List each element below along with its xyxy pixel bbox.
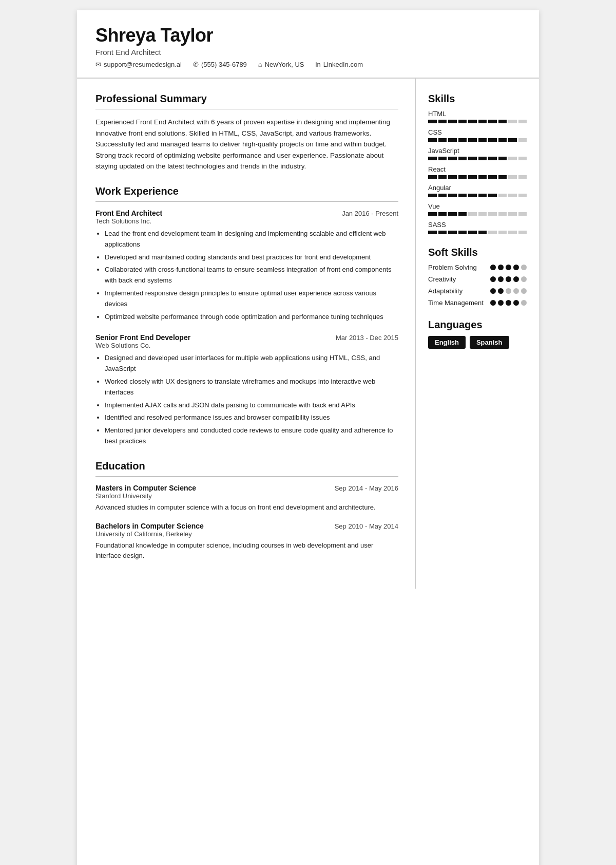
skill-name: Angular <box>428 184 527 192</box>
skill-item: HTML <box>428 110 527 123</box>
edu-container: Masters in Computer Science Sep 2014 - M… <box>95 484 398 561</box>
contact-icon: ⌂ <box>258 61 262 68</box>
edu-desc: Advanced studies in computer science wit… <box>95 502 398 513</box>
skill-bar-segment <box>488 194 497 197</box>
job-bullet: Collaborated with cross-functional teams… <box>105 265 398 286</box>
skill-bar <box>428 138 527 142</box>
skill-bar-segment <box>478 194 487 197</box>
right-column: Skills HTML CSS JavaScript React Angular… <box>416 79 539 589</box>
skill-bar-segment <box>498 231 507 234</box>
skill-bar-segment <box>438 212 447 216</box>
job-title: Front End Architect <box>95 209 162 217</box>
skill-bar-segment <box>428 231 437 234</box>
skill-bar-segment <box>508 212 517 216</box>
skill-bar-segment <box>488 120 497 123</box>
skill-bar-segment <box>468 120 477 123</box>
contact-text: LinkedIn.com <box>323 61 363 68</box>
skill-bar-segment <box>508 120 517 123</box>
skill-bar-segment <box>488 138 497 142</box>
contact-item: ⌂NewYork, US <box>258 61 304 68</box>
skill-item: SASS <box>428 221 527 234</box>
skill-bar-segment <box>458 175 467 179</box>
education-title: Education <box>95 460 398 472</box>
soft-skill-dot <box>498 276 504 282</box>
skill-bar-segment <box>508 194 517 197</box>
edu-school: University of California, Berkeley <box>95 530 398 538</box>
skill-item: Angular <box>428 184 527 197</box>
skill-bar-segment <box>458 194 467 197</box>
skill-name: Vue <box>428 202 527 210</box>
soft-skill-name: Creativity <box>428 275 456 283</box>
skill-bar-segment <box>488 157 497 160</box>
skill-bar-segment <box>468 175 477 179</box>
skill-bar-segment <box>438 175 447 179</box>
skill-bar-segment <box>488 231 497 234</box>
work-experience-title: Work Experience <box>95 185 398 197</box>
skill-bar-segment <box>438 157 447 160</box>
skill-bar-segment <box>438 138 447 142</box>
skill-bar-segment <box>448 194 457 197</box>
skill-bar-segment <box>498 157 507 160</box>
soft-skill-name: Problem Solving <box>428 264 477 271</box>
skill-bar-segment <box>458 212 467 216</box>
skill-bar-segment <box>518 212 527 216</box>
skill-bar-segment <box>468 138 477 142</box>
soft-skill-dot <box>521 276 527 282</box>
skill-bar-segment <box>448 120 457 123</box>
job-bullets: Designed and developed user interfaces f… <box>95 353 398 446</box>
job-bullet: Designed and developed user interfaces f… <box>105 353 398 374</box>
contact-icon: in <box>316 61 321 68</box>
soft-skill-dot <box>506 300 511 306</box>
resume-container: Shreya Taylor Front End Architect ✉suppo… <box>77 10 539 865</box>
jobs-container: Front End Architect Jan 2016 - Present T… <box>95 209 398 447</box>
skill-bar-segment <box>508 157 517 160</box>
skills-title: Skills <box>428 93 527 105</box>
job-dates: Mar 2013 - Dec 2015 <box>336 334 398 342</box>
edu-degree: Masters in Computer Science <box>95 484 196 492</box>
job-bullet: Identified and resolved performance issu… <box>105 412 398 423</box>
skill-bar-segment <box>428 120 437 123</box>
summary-title: Professional Summary <box>95 93 398 105</box>
job-title: Senior Front End Developer <box>95 333 190 342</box>
skill-bar-segment <box>518 120 527 123</box>
edu-desc: Foundational knowledge in computer scien… <box>95 540 398 561</box>
language-badges: EnglishSpanish <box>428 336 527 349</box>
job-header: Front End Architect Jan 2016 - Present <box>95 209 398 217</box>
skill-bar-segment <box>458 231 467 234</box>
soft-skill-dot <box>498 265 504 270</box>
skill-bar-segment <box>458 157 467 160</box>
skill-name: SASS <box>428 221 527 229</box>
skill-bar-segment <box>428 175 437 179</box>
languages-section: Languages EnglishSpanish <box>428 319 527 349</box>
edu-school: Stanford University <box>95 492 398 500</box>
edu-header: Bachelors in Computer Science Sep 2010 -… <box>95 522 398 530</box>
candidate-name: Shreya Taylor <box>95 25 521 46</box>
soft-skill-dots <box>490 300 527 306</box>
skill-item: React <box>428 165 527 179</box>
skill-bar <box>428 212 527 216</box>
job-company: Tech Solutions Inc. <box>95 217 398 225</box>
soft-skill-dot <box>513 300 519 306</box>
skill-bar-segment <box>498 212 507 216</box>
job-bullets: Lead the front end development team in d… <box>95 229 398 322</box>
edu-item: Masters in Computer Science Sep 2014 - M… <box>95 484 398 513</box>
body-layout: Professional Summary Experienced Front E… <box>77 79 539 589</box>
skill-bar-segment <box>468 212 477 216</box>
soft-skill-dot <box>513 276 519 282</box>
soft-skill-dot <box>506 288 511 294</box>
contact-item: inLinkedIn.com <box>316 61 363 68</box>
language-badge: English <box>428 336 466 349</box>
skill-bar-segment <box>498 194 507 197</box>
skill-bar-segment <box>428 157 437 160</box>
skill-name: JavaScript <box>428 147 527 155</box>
skill-bar-segment <box>498 138 507 142</box>
soft-skills-container: Problem Solving Creativity Adaptability … <box>428 264 527 307</box>
soft-skill-dot <box>498 300 504 306</box>
job-dates: Jan 2016 - Present <box>342 210 398 217</box>
skill-bar <box>428 194 527 197</box>
edu-dates: Sep 2010 - May 2014 <box>335 522 398 530</box>
summary-section: Professional Summary Experienced Front E… <box>95 93 398 172</box>
skill-bar-segment <box>488 175 497 179</box>
skill-bar-segment <box>478 175 487 179</box>
skill-bar-segment <box>508 175 517 179</box>
